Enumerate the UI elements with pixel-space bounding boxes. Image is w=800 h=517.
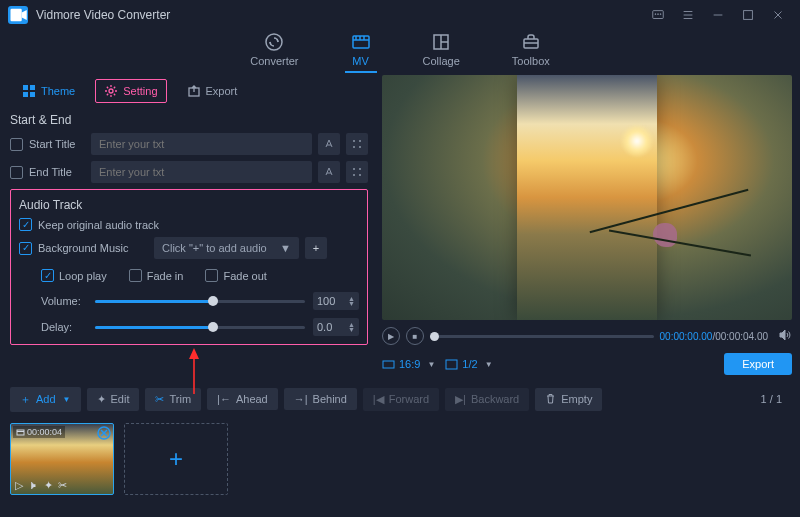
svg-rect-20 (30, 85, 35, 90)
start-title-checkbox[interactable] (10, 138, 23, 151)
bottom-toolbar: ＋Add▼ ✦Edit ✂Trim |←Ahead →|Behind |◀For… (0, 383, 800, 415)
trash-icon (545, 393, 556, 406)
feedback-button[interactable] (644, 1, 672, 29)
tab-collage[interactable]: Collage (417, 32, 466, 73)
svg-point-26 (359, 140, 361, 142)
chevron-down-icon: ▼ (280, 242, 291, 254)
app-title: Vidmore Video Converter (36, 8, 642, 22)
add-button[interactable]: ＋Add▼ (10, 387, 81, 412)
forward-button[interactable]: |◀Forward (363, 388, 439, 411)
settings-panel: Theme Setting Export Start & End Start T… (0, 75, 378, 375)
scissors-icon: ✂ (155, 393, 164, 406)
tab-mv[interactable]: MV (345, 32, 377, 73)
subtab-theme[interactable]: Theme (14, 80, 83, 102)
svg-point-23 (109, 89, 113, 93)
clip-effect-icon[interactable]: ✦ (44, 479, 53, 492)
svg-rect-9 (744, 11, 753, 20)
top-tabs: Converter MV Collage Toolbox (0, 30, 800, 75)
svg-point-4 (660, 14, 661, 15)
titlebar: Vidmore Video Converter (0, 0, 800, 30)
svg-rect-19 (23, 85, 28, 90)
fade-out-checkbox[interactable] (205, 269, 218, 282)
add-clip-button[interactable]: + (124, 423, 228, 495)
clip-timestamp: 00:00:04 (13, 426, 65, 438)
stop-button[interactable]: ■ (406, 327, 424, 345)
svg-point-2 (655, 14, 656, 15)
subtab-export[interactable]: Export (179, 80, 246, 102)
empty-button[interactable]: Empty (535, 388, 602, 411)
svg-rect-22 (30, 92, 35, 97)
start-text-style-button[interactable] (318, 133, 340, 155)
collage-icon (431, 32, 451, 52)
mv-icon (351, 32, 371, 52)
tab-toolbox[interactable]: Toolbox (506, 32, 556, 73)
aspect-ratio-select[interactable]: 16:9▼ (382, 358, 435, 371)
bg-music-label: Background Music (38, 242, 148, 254)
svg-point-3 (658, 14, 659, 15)
video-preview (382, 75, 792, 320)
clip-delete-icon[interactable] (97, 426, 111, 440)
svg-rect-34 (446, 360, 457, 369)
tab-converter[interactable]: Converter (244, 32, 304, 73)
svg-rect-21 (23, 92, 28, 97)
zoom-select[interactable]: 1/2▼ (445, 358, 492, 371)
export-button[interactable]: Export (724, 353, 792, 375)
timeline: 00:00:04 ▷ 🕨 ✦ ✂ + (0, 415, 800, 503)
keep-original-checkbox[interactable] (19, 218, 32, 231)
end-text-grid-button[interactable] (346, 161, 368, 183)
svg-rect-33 (383, 361, 394, 368)
svg-point-27 (353, 146, 355, 148)
timeline-clip[interactable]: 00:00:04 ▷ 🕨 ✦ ✂ (10, 423, 114, 495)
end-title-input[interactable] (91, 161, 312, 183)
end-title-label: End Title (29, 166, 85, 178)
bg-music-dropdown[interactable]: Click "+" to add audio ▼ (154, 237, 299, 259)
ahead-button[interactable]: |←Ahead (207, 388, 278, 410)
edit-button[interactable]: ✦Edit (87, 388, 140, 411)
volume-slider[interactable] (95, 294, 305, 308)
subtab-setting[interactable]: Setting (95, 79, 166, 103)
maximize-button[interactable] (734, 1, 762, 29)
behind-button[interactable]: →|Behind (284, 388, 357, 410)
svg-rect-37 (17, 430, 24, 435)
minimize-button[interactable] (704, 1, 732, 29)
start-end-title: Start & End (10, 113, 368, 127)
svg-point-32 (359, 174, 361, 176)
trim-button[interactable]: ✂Trim (145, 388, 201, 411)
audio-track-title: Audio Track (19, 198, 359, 212)
close-button[interactable] (764, 1, 792, 29)
seek-bar[interactable] (430, 335, 654, 338)
audio-track-section: Audio Track Keep original audio track Ba… (10, 189, 368, 345)
volume-spinner[interactable]: 100▲▼ (313, 292, 359, 310)
delay-spinner[interactable]: 0.0▲▼ (313, 318, 359, 336)
clip-play-icon[interactable]: ▷ (15, 479, 23, 492)
loop-play-checkbox[interactable] (41, 269, 54, 282)
app-logo (8, 6, 28, 24)
keep-original-label: Keep original audio track (38, 219, 159, 231)
svg-point-31 (353, 174, 355, 176)
play-button[interactable]: ▶ (382, 327, 400, 345)
delay-label: Delay: (41, 321, 87, 333)
svg-point-25 (353, 140, 355, 142)
bg-music-checkbox[interactable] (19, 242, 32, 255)
start-title-input[interactable] (91, 133, 312, 155)
start-text-grid-button[interactable] (346, 133, 368, 155)
time-display: 00:00:00.00/00:00:04.00 (660, 331, 768, 342)
add-audio-button[interactable]: + (305, 237, 327, 259)
clip-trim-icon[interactable]: ✂ (58, 479, 67, 492)
svg-point-30 (359, 168, 361, 170)
toolbox-icon (521, 32, 541, 52)
volume-icon[interactable] (778, 328, 792, 344)
clip-mute-icon[interactable]: 🕨 (28, 479, 39, 492)
menu-button[interactable] (674, 1, 702, 29)
svg-point-12 (266, 34, 282, 50)
delay-slider[interactable] (95, 320, 305, 334)
converter-icon (264, 32, 284, 52)
fade-in-checkbox[interactable] (129, 269, 142, 282)
page-indicator: 1 / 1 (761, 393, 782, 405)
svg-rect-0 (11, 9, 22, 22)
svg-point-28 (359, 146, 361, 148)
end-text-style-button[interactable] (318, 161, 340, 183)
end-title-checkbox[interactable] (10, 166, 23, 179)
backward-button[interactable]: ▶|Backward (445, 388, 529, 411)
wand-icon: ✦ (97, 393, 106, 406)
